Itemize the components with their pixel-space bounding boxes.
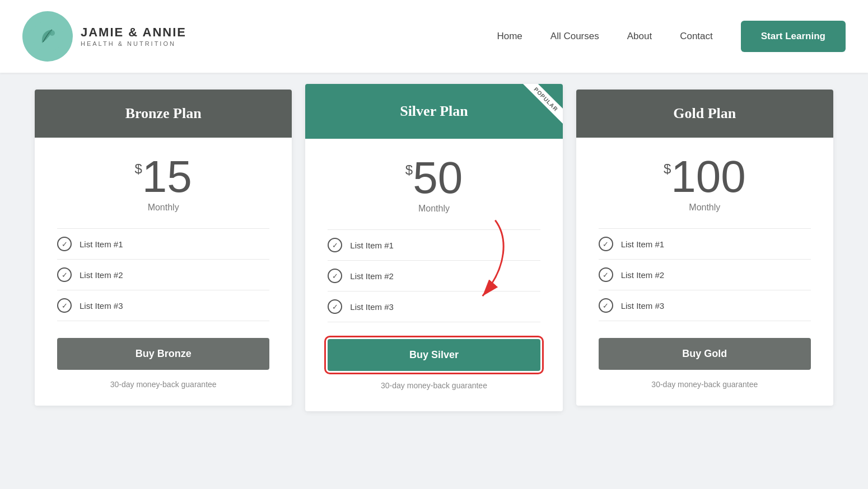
logo-brand: JAMIE & ANNIE (81, 25, 186, 40)
feature-label: List Item #1 (621, 239, 665, 249)
logo-icon (31, 20, 64, 53)
silver-price-area: $ 50 (405, 156, 463, 200)
check-icon: ✓ (328, 269, 342, 283)
buy-gold-button[interactable]: Buy Gold (599, 338, 811, 370)
check-icon: ✓ (599, 237, 613, 251)
feature-label: List Item #2 (621, 270, 665, 280)
silver-price-dollar: $ (405, 162, 413, 178)
bronze-plan-title: Bronze Plan (125, 105, 202, 121)
bronze-price-amount: 15 (142, 154, 192, 199)
feature-label: List Item #1 (80, 239, 123, 249)
gold-plan-title: Gold Plan (673, 105, 736, 121)
list-item: ✓ List Item #3 (57, 290, 269, 321)
buy-bronze-button[interactable]: Buy Bronze (57, 338, 269, 370)
buy-silver-button[interactable]: Buy Silver (328, 339, 540, 371)
check-icon: ✓ (57, 267, 72, 282)
gold-plan-card: Gold Plan $ 100 Monthly ✓ List Item #1 ✓… (576, 90, 833, 406)
bronze-price-area: $ 15 (134, 154, 192, 199)
feature-label: List Item #3 (80, 301, 123, 311)
bronze-plan-header: Bronze Plan (35, 90, 292, 138)
popular-badge: POPULAR (512, 84, 563, 134)
bronze-features-list: ✓ List Item #1 ✓ List Item #2 ✓ List Ite… (57, 228, 269, 321)
silver-plan-card: Silver Plan POPULAR $ 50 Monthly ✓ List … (305, 84, 562, 411)
bronze-price-period: Monthly (148, 203, 179, 213)
list-item: ✓ List Item #3 (328, 291, 540, 322)
check-icon: ✓ (57, 298, 72, 313)
silver-price-period: Monthly (418, 204, 450, 214)
list-item: ✓ List Item #2 (328, 261, 540, 291)
feature-label: List Item #3 (621, 301, 665, 311)
main-content: Bronze Plan $ 15 Monthly ✓ List Item #1 … (0, 73, 868, 434)
logo-text: JAMIE & ANNIE HEALTH & NUTRITION (81, 25, 186, 48)
feature-label: List Item #2 (80, 270, 123, 280)
feature-label: List Item #1 (350, 241, 394, 250)
plans-wrapper: Bronze Plan $ 15 Monthly ✓ List Item #1 … (28, 90, 840, 406)
list-item: ✓ List Item #3 (599, 290, 811, 321)
svg-point-1 (49, 30, 55, 36)
gold-price-dollar: $ (664, 161, 671, 177)
nav-home[interactable]: Home (497, 31, 522, 42)
list-item: ✓ List Item #1 (328, 229, 540, 261)
silver-plan-header: Silver Plan POPULAR (305, 84, 562, 139)
start-learning-button[interactable]: Start Learning (741, 21, 846, 52)
nav-about[interactable]: About (627, 31, 652, 42)
navbar: JAMIE & ANNIE HEALTH & NUTRITION Home Al… (0, 0, 868, 73)
list-item: ✓ List Item #1 (57, 228, 269, 260)
nav-links: Home All Courses About Contact Start Lea… (497, 21, 846, 52)
bronze-price-dollar: $ (134, 161, 142, 177)
gold-price-amount: 100 (671, 154, 745, 199)
logo: JAMIE & ANNIE HEALTH & NUTRITION (22, 11, 186, 62)
logo-circle (22, 11, 73, 62)
gold-plan-header: Gold Plan (576, 90, 833, 138)
list-item: ✓ List Item #2 (599, 260, 811, 290)
check-icon: ✓ (328, 299, 342, 314)
feature-label: List Item #2 (350, 271, 394, 281)
check-icon: ✓ (57, 237, 72, 251)
bronze-plan-card: Bronze Plan $ 15 Monthly ✓ List Item #1 … (35, 90, 292, 406)
feature-label: List Item #3 (350, 302, 394, 312)
bronze-guarantee: 30-day money-back guarantee (110, 380, 217, 389)
check-icon: ✓ (328, 238, 342, 252)
list-item: ✓ List Item #2 (57, 260, 269, 290)
bronze-plan-body: $ 15 Monthly ✓ List Item #1 ✓ List Item … (35, 138, 292, 406)
silver-guarantee: 30-day money-back guarantee (381, 381, 487, 390)
silver-price-amount: 50 (413, 156, 463, 200)
gold-price-area: $ 100 (664, 154, 746, 199)
silver-plan-title: Silver Plan (400, 103, 468, 119)
nav-all-courses[interactable]: All Courses (550, 31, 599, 42)
popular-badge-label: POPULAR (521, 84, 562, 124)
silver-features-list: ✓ List Item #1 ✓ List Item #2 ✓ List Ite… (328, 229, 540, 322)
check-icon: ✓ (599, 298, 613, 313)
list-item: ✓ List Item #1 (599, 228, 811, 260)
silver-plan-body: $ 50 Monthly ✓ List Item #1 ✓ List Item … (305, 139, 562, 411)
nav-contact[interactable]: Contact (680, 31, 713, 42)
gold-plan-body: $ 100 Monthly ✓ List Item #1 ✓ List Item… (576, 138, 833, 406)
gold-guarantee: 30-day money-back guarantee (651, 380, 758, 389)
gold-features-list: ✓ List Item #1 ✓ List Item #2 ✓ List Ite… (599, 228, 811, 321)
logo-tagline: HEALTH & NUTRITION (81, 40, 186, 48)
check-icon: ✓ (599, 267, 613, 282)
gold-price-period: Monthly (689, 203, 720, 213)
